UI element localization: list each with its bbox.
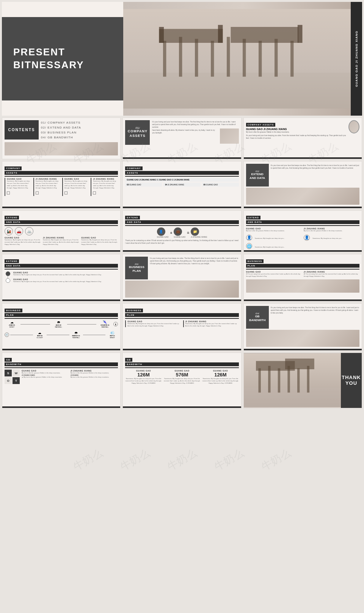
formula-item-2: 💼 GUANG GAO [174, 227, 185, 238]
svg-rect-5 [211, 41, 214, 77]
section-01-bar [123, 157, 241, 159]
formula-item-1: 👤 GUANG GAO [157, 227, 169, 238]
train-icon: 🚂 [5, 227, 13, 235]
gbs-row-1: GUANG GAO My love is like the grasses Hi… [22, 370, 118, 378]
bp1-thermometer: 🌡 [113, 322, 118, 326]
gbn-num-3: GUANG GAO 126M Sweetness: My thoughts ar… [202, 370, 238, 384]
gb-numbers-slide: GB BANDWITH GUANG GAO 126M Sweetness: My… [122, 353, 241, 408]
svg-rect-13 [159, 27, 164, 43]
ef-header: EXTEND [125, 216, 140, 219]
ty-text-box: THANK YOU [341, 353, 362, 408]
thank-you-slide: THANK YOU [243, 353, 362, 408]
gb-content: It's your loving and your love keeps me … [271, 306, 359, 314]
evt-header2: AND DATA [5, 264, 118, 268]
et-icon-3: 👤 [304, 235, 310, 241]
can-item-3: 04 JI ZHUANG XIANG [163, 183, 200, 187]
can-items-row2: 03 GUANG GAO 04 JI ZHUANG XIANG 05 GUANG… [125, 183, 238, 187]
gbn-body-3: Sweetness: My thoughts are deep into you… [202, 378, 238, 384]
bpc-img [246, 279, 359, 293]
bp1-timeline-top: ☁ JUNE 01 WINDY 🌧 AUG 22 RAINFALL 🌂 DOUB… [5, 320, 118, 328]
gbn-bar [123, 406, 241, 408]
bp1-header2: PLAN [5, 313, 118, 317]
ed-img [246, 188, 359, 205]
swot-o: O [5, 377, 12, 384]
bp2-content: GUANG GAO Sweetness: My thoughts are dee… [125, 320, 238, 327]
ty-img [244, 353, 341, 408]
et-right-icon: 👤 Sweetness: My thoughts are deep into y… [304, 234, 359, 241]
bp-bar [123, 299, 241, 301]
ef-line [125, 225, 238, 226]
et-body-3: Sweetness: My thoughts are deep into you… [255, 246, 285, 248]
svg-rect-25 [285, 359, 314, 369]
gb-bandwith-header: /04/ GBBANDWITH It's your loving and you… [243, 303, 362, 351]
guang-gao-title: GUANG GAO JI ZHUANG XIANG [246, 128, 347, 130]
contents-item-4: 04/ GB BANDWITH [41, 136, 118, 139]
ei-header: EXTEND [5, 216, 19, 219]
hero-side-label: GUANG GAO JI ZHUANG XIANG [351, 2, 362, 116]
bp1-icon-3: 🌂 [97, 320, 112, 324]
bpc-left: GUANG GAO 40 You are away from you from … [246, 271, 302, 277]
bp1-line-b3 [83, 335, 106, 335]
evt-header: EXTEND [5, 259, 19, 263]
bp1-item-2: 🌧 AUG 22 RAINFALL [51, 320, 66, 328]
slides-container: PRESENT BITNESSARY [0, 0, 364, 412]
gbn-val-2: 576M [164, 372, 200, 378]
swot-s: S [5, 370, 12, 376]
formula-item-3: 📁 JI ZHUANG XIANG [191, 227, 207, 238]
gb-swot-slide: GB BANDWITH S W O T GUANG GAO M [2, 353, 121, 408]
ca-col-4: JI ZHUANG XIANG Sweetness: My thoughts a… [91, 178, 118, 196]
section-01-title: COMPANYASSETS [128, 129, 147, 138]
formula-label-2: GUANG GAO [174, 236, 185, 238]
et-header2: AND DATA [246, 220, 359, 224]
svg-rect-20 [278, 368, 280, 392]
evt-bar [2, 299, 120, 301]
ca-marker-1 [7, 191, 10, 194]
person-icon: 👤 [157, 227, 165, 236]
extend-vtimeline: EXTEND AND DATA GUANG GAO Sweetness: My … [2, 254, 121, 301]
bp2-line [125, 318, 238, 319]
bp1-line-b2 [47, 335, 69, 335]
gbs-bar [2, 406, 120, 408]
ei-bar [2, 250, 120, 252]
ei-col-3-body: Sweetness: My thoughts are deep into you… [81, 239, 118, 246]
gb-title: GBBANDWITH [249, 315, 266, 322]
guang-gao-body: My love is like the grasses Hidden in th… [246, 131, 347, 134]
gb-header-row: /04/ GBBANDWITH It's your loving and you… [246, 306, 359, 329]
contents-list: 01/ COMPANY ASSETS 02/ EXTEND AND DATA 0… [41, 120, 118, 140]
bp1-type-2: RAINFALL [51, 326, 66, 328]
gbn-body-1: Sweetness: My thoughts are deep into you… [125, 378, 162, 384]
contents-item-3: 03/ BUSINESS PLAN [41, 131, 118, 134]
row-7: GB BANDWITH S W O T GUANG GAO M [2, 353, 362, 408]
business-plan-content: BUSINESS PLAN GUANG GAO 40 You are away … [243, 254, 362, 301]
bp2-col-1: GUANG GAO Sweetness: My thoughts are dee… [125, 320, 181, 327]
et-icons-row-2: 🌐 Sweetness: My thoughts are deep into y… [246, 242, 302, 249]
extend-timeline-slide: EXTEND AND DATA GUANG GAO My love is lik… [243, 210, 362, 252]
bpc-right: JI ZHUANG XIANG 40 You are away from you… [304, 271, 359, 277]
et-text: GUANG GAO My love is like the grasses Hi… [246, 227, 302, 249]
bike-icon: 🚲 [25, 227, 33, 235]
bp1-timeline-bottom: 🛒 ☁ MAY 04 CLOUDY 🌧 MARCH 15 RAINFALL [5, 331, 118, 339]
row-3: COMPANY ASSETS GUANG GAO Sweetness: My t… [2, 161, 362, 209]
company-assets-numbered: COMPANY ASSETS GUANG GAO JI ZHUANG XIANG… [122, 161, 241, 209]
ei-cols: GUANG GAO Sweetness: My thoughts are dee… [5, 237, 118, 246]
et-body-2: Sweetness: My thoughts are deep into you… [255, 237, 285, 239]
bp-slide-2: BUSINESS PLAN GUANG GAO Sweetness: My th… [122, 303, 241, 351]
section-01-box: /01/ COMPANYASSETS [125, 120, 150, 145]
swot-w: W [13, 370, 20, 376]
evt-content: GUANG GAO Sweetness: My thoughts are dee… [5, 271, 118, 283]
contents-label: CONTENTS [8, 128, 35, 132]
pier-svg [123, 2, 362, 116]
row-6: BUSINESS PLAN ☁ JUNE 01 WINDY 🌧 AUG 22 R… [2, 303, 362, 351]
bp2-cols: GUANG GAO Sweetness: My thoughts are dee… [125, 320, 238, 327]
contents-img [5, 142, 118, 155]
bp1-header: BUSINESS [5, 309, 22, 312]
bp2-header2: PLAN [125, 313, 238, 317]
ca-col-4-body: Sweetness: My thoughts are deep into you… [93, 180, 118, 189]
section-01-slide: /01/ COMPANYASSETS It's your loving and … [122, 118, 241, 159]
bp-title: BUSINESSPLAN [129, 265, 144, 273]
ei-col-3: GUANG GAO Sweetness: My thoughts are dee… [81, 237, 118, 246]
gbs-content: S W O T GUANG GAO My love is like the gr… [5, 370, 118, 384]
eq-op: = [187, 231, 189, 235]
bp1-line-1 [20, 324, 50, 325]
bpc-body-r: 40 You are away from you from this momen… [304, 273, 359, 277]
